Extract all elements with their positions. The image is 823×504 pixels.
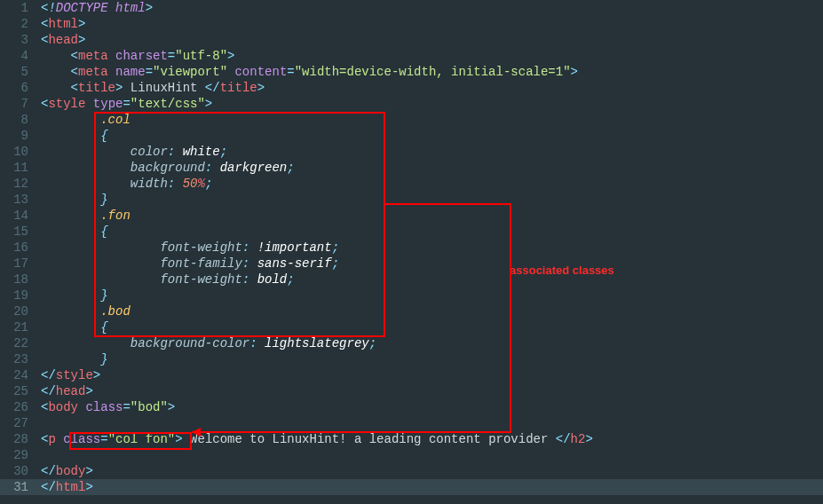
line-number: 27 [0, 415, 41, 431]
line-number: 9 [0, 128, 41, 144]
code-line[interactable]: 28 <p class="col fon"> Welcome to LinuxH… [0, 431, 823, 447]
code-line[interactable]: 20 .bod [0, 303, 823, 319]
code-line[interactable]: 17 font-family: sans-serif; [0, 256, 823, 272]
line-number: 4 [0, 48, 41, 64]
code-line[interactable]: 11 background: darkgreen; [0, 160, 823, 176]
line-number: 8 [0, 112, 41, 128]
line-number: 31 [0, 479, 41, 495]
line-number: 22 [0, 335, 41, 351]
line-number: 24 [0, 367, 41, 383]
code-line[interactable]: 24 </style> [0, 367, 823, 383]
code-line[interactable]: 8 .col [0, 112, 823, 128]
line-number: 7 [0, 96, 41, 112]
code-line[interactable]: 21 { [0, 319, 823, 335]
code-line[interactable]: 19 } [0, 287, 823, 303]
line-number: 1 [0, 0, 41, 16]
code-line[interactable]: 26 <body class="bod"> [0, 399, 823, 415]
code-line[interactable]: 15 { [0, 224, 823, 240]
line-number: 5 [0, 64, 41, 80]
code-line[interactable]: 30 </body> [0, 463, 823, 479]
line-number: 17 [0, 256, 41, 272]
code-line[interactable]: 7 <style type="text/css"> [0, 96, 823, 112]
line-number: 2 [0, 16, 41, 32]
code-line[interactable]: 16 font-weight: !important; [0, 240, 823, 256]
line-number: 16 [0, 240, 41, 256]
code-line[interactable]: 27 [0, 415, 823, 431]
line-number: 12 [0, 176, 41, 192]
code-line[interactable]: 10 color: white; [0, 144, 823, 160]
line-number: 26 [0, 399, 41, 415]
line-number: 21 [0, 319, 41, 335]
line-number: 28 [0, 431, 41, 447]
code-line[interactable]: 23 } [0, 351, 823, 367]
code-line[interactable]: 12 width: 50%; [0, 176, 823, 192]
code-line[interactable]: 4 <meta charset="utf-8"> [0, 48, 823, 64]
line-number: 3 [0, 32, 41, 48]
code-line[interactable]: 1 <!DOCTYPE html> [0, 0, 823, 16]
line-number: 10 [0, 144, 41, 160]
line-number: 13 [0, 192, 41, 208]
line-number: 18 [0, 272, 41, 287]
line-number: 20 [0, 303, 41, 319]
code-line[interactable]: 13 } [0, 192, 823, 208]
code-editor[interactable]: 1 <!DOCTYPE html> 2 <html> 3 <head> 4 <m… [0, 0, 823, 495]
line-number: 23 [0, 351, 41, 367]
code-line[interactable]: 14 .fon [0, 208, 823, 224]
line-number: 30 [0, 463, 41, 479]
line-number: 6 [0, 80, 41, 96]
code-line[interactable]: 9 { [0, 128, 823, 144]
code-line[interactable]: 5 <meta name="viewport" content="width=d… [0, 64, 823, 80]
code-line[interactable]: 6 <title> LinuxHint </title> [0, 80, 823, 96]
line-number: 29 [0, 447, 41, 463]
line-number: 15 [0, 224, 41, 240]
line-number: 11 [0, 160, 41, 176]
line-number: 25 [0, 383, 41, 399]
line-number: 19 [0, 287, 41, 303]
code-line-active[interactable]: 31 </html> [0, 479, 823, 495]
code-line[interactable]: 18 font-weight: bold; [0, 272, 823, 287]
code-line[interactable]: 22 background-color: lightslategrey; [0, 335, 823, 351]
code-line[interactable]: 3 <head> [0, 32, 823, 48]
code-line[interactable]: 29 [0, 447, 823, 463]
line-number: 14 [0, 208, 41, 224]
code-line[interactable]: 25 </head> [0, 383, 823, 399]
code-line[interactable]: 2 <html> [0, 16, 823, 32]
